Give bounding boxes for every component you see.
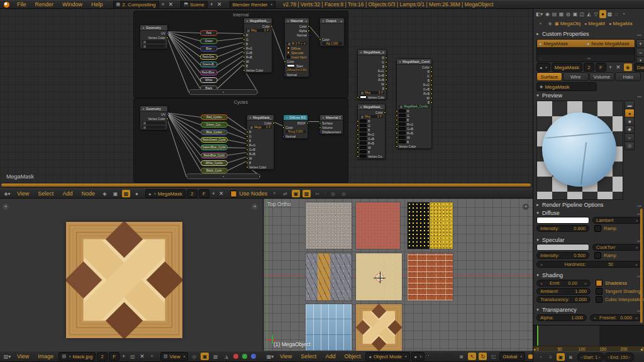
input-socket[interactable] — [201, 169, 203, 172]
end-frame-field[interactable]: ◂End:150▸ — [604, 353, 634, 361]
input-socket[interactable] — [319, 131, 321, 133]
input-socket[interactable] — [357, 155, 359, 158]
node-pill-blue-cycles[interactable]: Blue_Cycles — [201, 129, 228, 135]
tab-modifiers-icon[interactable]: ◭ — [586, 10, 592, 18]
texture-red-rough[interactable] — [356, 202, 400, 249]
input-socket[interactable] — [246, 148, 248, 151]
lock-icon[interactable]: ◙ — [567, 353, 575, 361]
output-socket[interactable] — [226, 124, 228, 126]
channel-red-icon[interactable] — [233, 354, 238, 359]
node-row-w[interactable]: W — [358, 82, 386, 86]
menu-window[interactable]: Window — [58, 1, 86, 8]
backdrop-icon[interactable]: ▣ — [292, 190, 300, 197]
value-slider[interactable]: Alp 1.000 — [322, 42, 342, 46]
material-name-field[interactable]: MegaMask — [552, 63, 582, 72]
node-pill-white[interactable]: White — [200, 77, 218, 83]
tab-halo[interactable]: Halo — [615, 72, 641, 81]
tab-volume[interactable]: Volume — [589, 72, 615, 81]
output-socket[interactable] — [308, 25, 310, 28]
new-image-button[interactable]: + — [121, 353, 126, 359]
layer-cell[interactable] — [441, 357, 443, 359]
layer-cell[interactable] — [447, 354, 448, 356]
output-socket[interactable] — [385, 87, 387, 90]
menu-object[interactable]: Object — [340, 353, 364, 359]
value-swatch[interactable] — [360, 128, 367, 131]
collapse-arrow-icon[interactable]: ▼ — [322, 19, 325, 23]
output-socket[interactable] — [385, 70, 387, 72]
manipulator-rotate-icon[interactable]: ↻ — [479, 353, 487, 360]
checkbox[interactable] — [596, 280, 602, 287]
input-socket[interactable] — [246, 153, 248, 155]
node-row-r-b[interactable]: R+B — [397, 131, 431, 135]
active-layer-dot[interactable] — [528, 354, 533, 359]
datablock-field[interactable] — [142, 45, 165, 48]
tab-render-icon[interactable]: ◉ — [544, 10, 551, 18]
output-socket[interactable] — [308, 34, 310, 36]
vertical-scrollbar[interactable] — [640, 209, 643, 323]
panel-custom-properties[interactable]: ►Custom Properties▬ — [536, 30, 641, 38]
layer-cell[interactable] — [430, 357, 432, 359]
node-row-g-b[interactable]: G+B — [358, 73, 386, 77]
input-socket[interactable] — [284, 60, 286, 63]
diffuse-bsdf-node[interactable]: ▼Diffuse BSDFBSDFColorRoug 0.000Normal — [283, 114, 308, 139]
node-row-w[interactable]: W — [358, 145, 385, 150]
lock-icon[interactable]: ◙ — [457, 353, 465, 360]
datablock-field[interactable]: MegaMask_Combo — [399, 105, 430, 109]
node-row-color[interactable]: Color — [320, 37, 344, 41]
value-swatch[interactable] — [399, 140, 406, 143]
material-datablock-field[interactable]: ●▾MegaMask — [145, 189, 186, 198]
pin-icon[interactable]: ⌖ — [148, 353, 156, 360]
input-socket[interactable] — [243, 52, 245, 54]
value-swatch[interactable] — [360, 119, 367, 123]
node-row-b[interactable]: B — [358, 86, 386, 90]
fake-user-button[interactable]: F — [109, 352, 119, 361]
node-row-r-g[interactable]: R+G — [244, 46, 272, 50]
vertex-color-pill[interactable]: ▾ — [189, 89, 258, 95]
menu-file[interactable]: File — [13, 1, 30, 8]
viewport-shading-selector[interactable]: ●▾ — [411, 352, 425, 361]
region-expand-icon[interactable]: + — [3, 204, 9, 210]
input-socket[interactable] — [200, 79, 202, 82]
panel-diffuse[interactable]: ▼Diffuse▬ — [536, 209, 641, 217]
output-socket[interactable] — [272, 122, 275, 124]
collapse-arrow-icon[interactable]: ▼ — [249, 116, 252, 119]
editor-type-button[interactable]: ▨▾ — [3, 353, 11, 360]
channel-green-icon[interactable] — [242, 354, 247, 359]
node-row-color[interactable]: Color — [285, 24, 309, 28]
zoom-border-icon[interactable]: ◎ — [340, 190, 348, 197]
panel-render-pipeline-options[interactable]: ►Render Pipeline Options▬ — [536, 201, 641, 209]
datablock-field[interactable]: May2F + ✕ — [287, 42, 307, 46]
output-socket[interactable] — [216, 63, 218, 66]
layer-cell[interactable] — [435, 357, 437, 359]
node-pill-black-cycle[interactable]: Black_Cycle — [201, 168, 228, 173]
input-socket[interactable] — [246, 140, 248, 142]
link-data-dropdown[interactable]: Data▾ — [634, 63, 644, 72]
shading-translucencyslider[interactable]: Translucency:0.000 — [536, 296, 591, 303]
node-row-field[interactable] — [140, 40, 167, 44]
layer-cell[interactable] — [449, 357, 451, 359]
output-socket[interactable] — [166, 113, 169, 116]
output-node[interactable]: ▼Output●ColorAlp 1.000 — [319, 18, 345, 47]
value-slider[interactable]: Roug 0.000 — [286, 130, 306, 134]
node-pill-green[interactable]: Green — [200, 38, 218, 44]
texture-parquet[interactable] — [356, 304, 402, 351]
output-socket[interactable] — [216, 55, 218, 58]
node-row-r-g[interactable]: R+G — [358, 69, 386, 73]
sphere-preview-button[interactable]: ● — [625, 109, 635, 118]
node-header[interactable]: ▼MegaMask_Combo — [397, 59, 431, 65]
diffuse-intensity-slider[interactable]: Intensity:0.800 — [536, 225, 589, 232]
menu-image[interactable]: Image — [34, 353, 57, 359]
input-socket[interactable] — [201, 162, 203, 164]
node-row-spec[interactable]: Spec — [285, 63, 309, 68]
draw-zbuffer-icon[interactable]: ◮ — [222, 353, 230, 360]
input-socket[interactable] — [396, 128, 398, 130]
output-socket[interactable] — [385, 57, 387, 59]
decrement-arrow-icon[interactable]: ◂ — [580, 355, 582, 359]
datablock-field[interactable] — [142, 121, 165, 125]
node-row-r[interactable]: R — [397, 109, 431, 113]
diffuse-color-swatch[interactable] — [536, 217, 589, 224]
value-swatch[interactable] — [399, 127, 406, 130]
node-row-b[interactable]: B — [397, 140, 431, 144]
monkey-preview-button[interactable]: ◆ — [625, 125, 635, 134]
panel-shading[interactable]: ▼Shading▬ — [536, 272, 641, 279]
